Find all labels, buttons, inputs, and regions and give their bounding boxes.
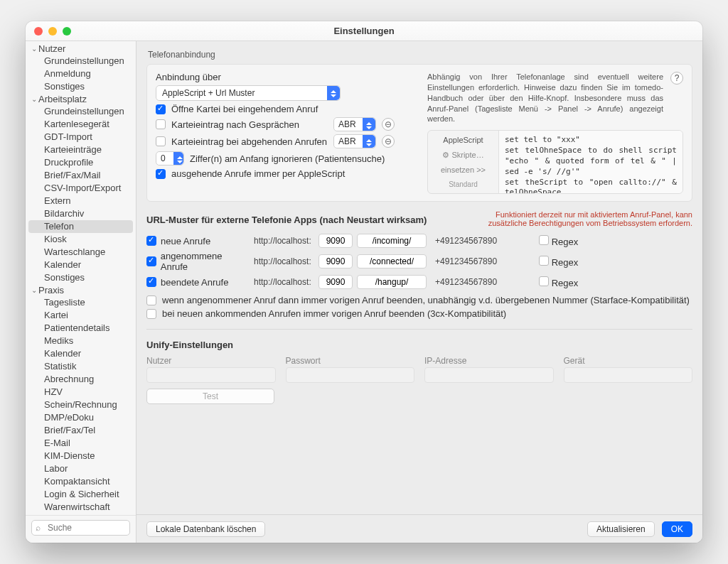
sidebar-item[interactable]: Sonstiges (26, 271, 136, 284)
checkbox-regex-0[interactable] (539, 235, 549, 245)
sidebar-item[interactable]: Bildarchiv (26, 207, 136, 220)
url-path-input[interactable] (357, 254, 427, 269)
checkbox-eintrag-abgehend[interactable] (156, 136, 166, 146)
minus-icon[interactable]: ⊖ (382, 135, 395, 148)
checkbox-url-2[interactable] (146, 277, 156, 287)
select-abr-2[interactable]: ABR (333, 134, 376, 148)
checkbox-regex-1[interactable] (539, 256, 549, 266)
minus-icon[interactable]: ⊖ (382, 118, 395, 131)
url-row: angenommene Anrufehttp://localhost:+4912… (146, 251, 692, 272)
checkbox-starface-compat[interactable] (146, 295, 156, 305)
url-port-input[interactable] (318, 275, 353, 289)
unify-ip-label: IP-Adresse (424, 356, 554, 366)
zoom-icon[interactable] (63, 27, 71, 36)
sidebar-group[interactable]: ⌄ Arbeitsplatz (26, 93, 136, 105)
url-port-input[interactable] (318, 234, 353, 248)
sidebar-item[interactable]: Login & Sicherheit (26, 488, 136, 501)
label-ausgehend-apple: ausgehende Anrufe immer per AppleScript (171, 168, 345, 179)
sidebar-item[interactable]: KIM-Dienste (26, 450, 136, 462)
footer: Lokale Datenbank löschen Aktualisieren O… (136, 514, 702, 543)
label-open-kartei: Öffne Kartei bei eingehendem Anruf (171, 104, 318, 114)
sidebar-item[interactable]: Labor (26, 462, 136, 475)
sidebar-item[interactable]: Druckprofile (26, 156, 136, 169)
close-icon[interactable] (34, 27, 43, 36)
url-pattern-section: URL-Muster für externe Telefonie Apps (n… (146, 210, 692, 319)
gear-icon: ⚙ (442, 151, 449, 159)
sidebar-item[interactable]: Sonstiges (26, 80, 136, 93)
chevron-updown-icon (363, 135, 375, 148)
sidebar-item[interactable]: Brief/Fax/Tel (26, 424, 136, 437)
refresh-button[interactable]: Aktualisieren (587, 521, 655, 537)
sidebar-item[interactable]: Anmeldung (26, 67, 136, 80)
sidebar-item[interactable]: Karteieinträge (26, 143, 136, 156)
minimize-icon[interactable] (48, 27, 57, 36)
checkbox-eintrag-gespraech[interactable] (156, 119, 166, 129)
unify-section: Unify-Einstellungen Nutzer Passwort IP-A… (146, 340, 692, 404)
sidebar-item[interactable]: Telefon (28, 220, 133, 233)
label-eintrag-gespraech: Karteieintrag nach Gesprächen (171, 119, 328, 130)
url-warning: Funktioniert derzeit nur mit aktiviertem… (458, 210, 692, 227)
script-box: AppleScript ⚙ Skripte… einsetzen >> Stan… (427, 130, 683, 194)
sidebar-item[interactable]: Kartenlesegerät (26, 118, 136, 131)
url-row: beendete Anrufehttp://localhost:+4912345… (146, 275, 692, 289)
checkbox-3cx-compat[interactable] (146, 309, 156, 319)
sidebar-group[interactable]: ⌄ Nutzer (26, 43, 136, 55)
sidebar-item[interactable]: Grundeinstellungen (26, 55, 136, 67)
sidebar-item[interactable]: Patientendetails (26, 322, 136, 335)
sidebar-item[interactable]: DMP/eDoku (26, 411, 136, 424)
label-ziffern: Ziffer(n) am Anfang ignorieren (Patiente… (190, 153, 385, 164)
sidebar-item[interactable]: Statistik (26, 360, 136, 373)
sidebar-item[interactable]: E-Mail (26, 437, 136, 450)
sidebar-item[interactable]: Schein/Rechnung (26, 398, 136, 411)
script-code[interactable]: set tel to "xxx" set telOhneSpace to do … (499, 131, 682, 193)
select-abr-1[interactable]: ABR (333, 117, 376, 131)
unify-user-input[interactable] (146, 367, 276, 383)
checkbox-ausgehend-apple[interactable] (156, 169, 166, 179)
checkbox-regex-2[interactable] (539, 276, 549, 286)
unify-test-button[interactable]: Test (146, 389, 274, 404)
checkbox-open-kartei[interactable] (156, 104, 166, 114)
label-3cx: bei neuen ankommenden Anrufen immer vori… (162, 308, 506, 319)
unify-pass-label: Passwort (286, 356, 415, 366)
ok-button[interactable]: OK (662, 521, 692, 537)
script-tab-skripte[interactable]: ⚙ Skripte… (442, 150, 483, 161)
unify-pass-input[interactable] (286, 367, 415, 383)
url-path-input[interactable] (357, 275, 427, 289)
unify-device-input[interactable] (564, 367, 693, 383)
sidebar-item[interactable]: Grundeinstellungen (26, 105, 136, 118)
sidebar-item[interactable]: GDT-Import (26, 131, 136, 143)
sidebar-item[interactable]: Kalender (26, 347, 136, 360)
url-path-input[interactable] (357, 234, 427, 248)
sidebar-item[interactable]: Abrechnung (26, 373, 136, 386)
sidebar-tree[interactable]: ⌄ NutzerGrundeinstellungenAnmeldungSonst… (26, 41, 136, 515)
sidebar-item[interactable]: Warteschlange (26, 246, 136, 259)
unify-ip-input[interactable] (424, 367, 554, 383)
chevron-down-icon: ⌄ (31, 286, 38, 294)
sidebar-item[interactable]: Brief/Fax/Mail (26, 169, 136, 182)
sidebar-item[interactable]: Mediks (26, 335, 136, 347)
binding-select[interactable]: AppleScript + Url Muster (156, 85, 341, 101)
delete-db-button[interactable]: Lokale Datenbank löschen (146, 521, 265, 537)
script-einsetzen[interactable]: einsetzen >> (441, 165, 486, 175)
unify-heading: Unify-Einstellungen (146, 340, 692, 350)
sidebar-group[interactable]: ⌄ Praxis (26, 284, 136, 296)
sidebar-item[interactable]: HZV (26, 386, 136, 398)
digits-stepper[interactable]: 0 (156, 151, 184, 166)
sidebar: ⌄ NutzerGrundeinstellungenAnmeldungSonst… (26, 41, 136, 543)
sidebar-item[interactable]: Kompaktansicht (26, 475, 136, 488)
sidebar-item[interactable]: CSV-Import/Export (26, 182, 136, 195)
sidebar-item[interactable]: Extern (26, 195, 136, 207)
sidebar-item[interactable]: Kartei (26, 309, 136, 322)
script-tab-apple[interactable]: AppleScript (443, 135, 483, 146)
checkbox-url-0[interactable] (146, 236, 156, 246)
sidebar-item[interactable]: Kiosk (26, 233, 136, 246)
sidebar-item[interactable]: Warenwirtschaft (26, 501, 136, 514)
help-button[interactable]: ? (670, 72, 683, 85)
label-starface: wenn angenommener Anruf dann immer vorig… (162, 295, 690, 305)
sidebar-item[interactable]: Kalender (26, 259, 136, 271)
search-input[interactable] (31, 520, 130, 536)
url-port-input[interactable] (318, 254, 353, 269)
unify-device-label: Gerät (564, 356, 693, 366)
sidebar-item[interactable]: Tagesliste (26, 296, 136, 309)
checkbox-url-1[interactable] (146, 256, 156, 266)
